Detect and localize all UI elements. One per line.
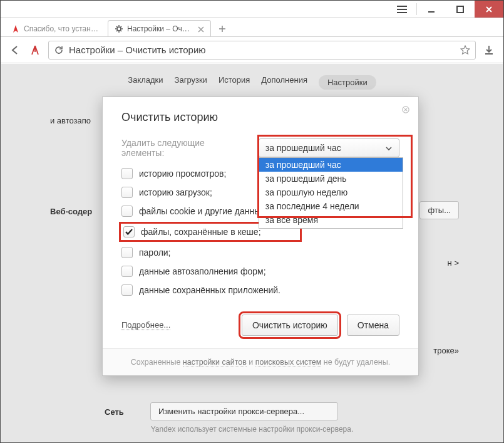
bg-footnote: Yandex использует системные настройки пр… [1,425,503,434]
cancel-button[interactable]: Отмена [347,315,399,336]
downloads-icon[interactable] [482,43,496,57]
window-minimize-button[interactable] [417,1,446,18]
tab-label: Настройки – Очистит [127,24,192,33]
nav-item[interactable]: Дополнения [261,75,307,90]
new-tab-button[interactable] [213,21,231,36]
nav-item[interactable]: Закладки [128,75,163,90]
svg-rect-0 [457,6,463,13]
dialog-actions: Подробнее... Очистить историю Отмена [121,315,399,340]
bg-text-fragment: и автозапо [50,116,91,125]
yandex-logo-icon[interactable] [28,43,42,57]
checkbox-label: пароли; [139,248,171,258]
footer-link[interactable]: настройки сайтов [183,358,247,367]
bg-section-label: Веб-содер [50,207,92,216]
bg-section-label: Сеть [105,407,124,417]
checkbox[interactable] [121,168,133,179]
yandex-icon [11,24,20,33]
checkbox[interactable] [121,266,133,277]
details-link[interactable]: Подробнее... [121,320,170,330]
footer-link[interactable]: поисковых систем [255,358,321,367]
address-bar-row: Настройки – Очистить историю [1,37,503,63]
chevron-down-icon [385,144,393,152]
dialog-close-button[interactable] [399,103,412,116]
checkbox-label: файлы, сохранённые в кеше; [141,227,261,237]
checkbox-label: историю просмотров; [139,169,226,179]
select-value: за прошедший час [265,143,341,153]
hamburger-menu-icon[interactable] [388,1,416,18]
checkbox[interactable] [121,206,133,217]
checkbox[interactable] [121,284,133,296]
close-icon[interactable] [198,26,204,32]
nav-item-active[interactable]: Настройки [319,75,376,90]
browser-tab[interactable]: Спасибо, что установи [4,20,108,36]
bg-text-fragment: троке» [433,346,459,355]
star-icon[interactable] [460,45,470,55]
time-range-select[interactable]: за прошедший час за прошедший час за про… [259,138,399,157]
back-button[interactable] [8,43,22,57]
omnibox[interactable]: Настройки – Очистить историю [48,41,476,60]
gear-icon [115,24,123,33]
clear-history-dialog: Очистить историю Удалить следующие элеме… [102,96,419,376]
dropdown-option[interactable]: за прошедший час [259,158,403,172]
checkbox[interactable] [121,187,133,198]
window-maximize-button[interactable] [446,1,475,18]
time-range-row: Удалить следующие элементы: за прошедший… [121,138,399,158]
checkbox-row[interactable]: пароли; [121,243,399,262]
time-range-dropdown: за прошедший час за прошедший день за пр… [259,157,403,229]
nav-item[interactable]: История [219,75,250,90]
dropdown-option[interactable]: за прошлую неделю [259,185,403,199]
url-text: Настройки – Очистить историю [69,44,455,55]
checkbox-row[interactable]: данные автозаполнения форм; [121,262,399,281]
bg-text-fragment: н > [448,258,459,268]
window-titlebar [1,1,503,18]
proxy-settings-button[interactable]: Изменить настройки прокси-сервера... [150,402,338,420]
tab-label: Спасибо, что установи [24,24,101,33]
clear-history-button[interactable]: Очистить историю [242,315,338,336]
dropdown-option[interactable]: за прошедший день [259,172,403,185]
checkbox-row[interactable]: данные сохранённых приложений. [121,281,399,300]
browser-tab-active[interactable]: Настройки – Очистит [108,20,211,36]
settings-nav: Закладки Загрузки История Дополнения Нас… [1,64,503,95]
dropdown-option[interactable]: за все время [259,213,403,227]
window-close-button[interactable] [475,1,503,18]
time-range-label: Удалить следующие элементы: [121,138,247,158]
dialog-footer: Сохраненные настройки сайтов и поисковых… [103,348,418,375]
checkbox-label: историю загрузок; [139,187,212,197]
tab-strip: Спасибо, что установи Настройки – Очисти… [1,18,503,37]
fonts-button[interactable]: фты... [419,201,459,219]
svg-point-1 [117,27,121,31]
checkbox[interactable] [121,247,133,258]
dropdown-option[interactable]: за последние 4 недели [259,199,403,213]
reload-icon[interactable] [54,45,64,55]
dialog-title: Очистить историю [121,111,399,124]
checkbox-label: данные сохранённых приложений. [139,285,280,295]
checkbox-label: данные автозаполнения форм; [139,266,266,276]
checkbox[interactable] [123,226,135,237]
nav-item[interactable]: Загрузки [175,75,207,90]
